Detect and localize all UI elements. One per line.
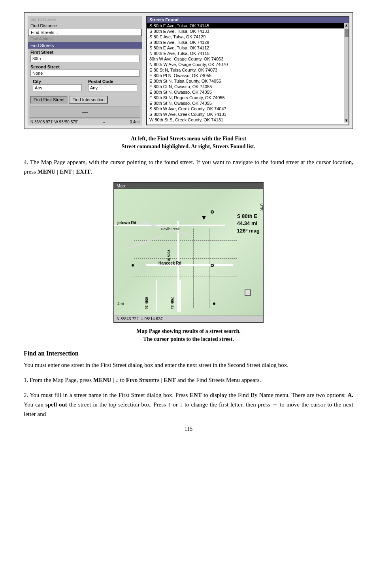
map-route-label: UTR xyxy=(259,204,263,211)
street-list-item[interactable]: E 80th St N, Owasso, OK 74055 xyxy=(147,100,344,106)
map-titlebar: Map xyxy=(114,183,263,189)
find-streets-header: Find Streets xyxy=(28,42,142,49)
find-intersection-button[interactable]: Find Intersection xyxy=(69,96,107,104)
dashed-v-1 xyxy=(193,229,194,308)
label-65th: 65th St xyxy=(145,297,149,309)
second-street-input[interactable]: None xyxy=(30,70,139,77)
street-list-item[interactable]: S 80 E Ave, Tulsa, OK 74129 xyxy=(147,34,344,40)
street-list-item[interactable]: E 80th Pl N, Owasso, OK 74055 xyxy=(147,73,344,78)
find-streets-panel: Go To Cursor Find Distance Find Streets.… xyxy=(28,16,142,125)
map-distance: 44.34 mi xyxy=(237,220,260,227)
bottom-caption: Map Page showing results of a street sea… xyxy=(24,327,353,343)
dot-marker-2 xyxy=(132,264,134,267)
street-list-item[interactable]: N 80th E Ave, Tulsa, OK 74115 xyxy=(147,51,344,56)
road-75th-s xyxy=(179,280,181,312)
street-list-item[interactable]: E 80th St N, Owasso, OK 74055 xyxy=(147,89,344,95)
menu-find-streets[interactable]: Find Streets... xyxy=(28,29,142,36)
status-bar: N 36°08.971' W 95°50.579' ↔ 0.4mi xyxy=(28,119,142,125)
map-inner: jetown Rd Devils Peak 75th St Hancock Rd… xyxy=(114,189,263,316)
scrollbar[interactable]: ▲ ▼ xyxy=(344,23,349,123)
status-coords: N 36°08.971' W 95°50.579' xyxy=(30,120,78,124)
second-street-label: Second Street xyxy=(28,63,142,69)
street-list-item[interactable]: S 80th E Ave, Tulsa, OK 74112 xyxy=(147,45,344,51)
menu-go-to-cursor[interactable]: Go To Cursor xyxy=(28,16,142,23)
street-list-item[interactable]: 80th W Ave, Osage County, OK 74063 xyxy=(147,56,344,62)
map-container: Map jetown Rd Devils Peak 75th xyxy=(24,182,353,323)
map-terrain xyxy=(114,189,263,316)
label-jetown: jetown Rd xyxy=(117,221,136,225)
street-list-item[interactable]: E 80th St N, Rogers County, OK 74055 xyxy=(147,95,344,100)
street-list-item[interactable]: S 80th E Ave, Tulsa, OK 74129 xyxy=(147,40,344,45)
first-street-label: First Street xyxy=(28,49,142,55)
map-bearing: 126° mag xyxy=(237,227,260,234)
label-devils-peak: Devils Peak xyxy=(161,227,180,231)
first-street-input[interactable]: 80th xyxy=(30,55,139,62)
street-list-item[interactable]: S 80th E Ave, Tulsa, OK 74133 xyxy=(147,28,344,34)
label-75th-s: 75th St xyxy=(170,297,174,309)
map-street-name: S 80th E xyxy=(237,213,260,220)
dot-marker-3 xyxy=(211,264,214,267)
map-box: Map jetown Rd Devils Peak 75th xyxy=(113,182,264,323)
dashed-h-2 xyxy=(134,258,237,259)
postal-code-input[interactable]: Any xyxy=(88,84,137,91)
street-list-item[interactable]: E 80th St N, Tulsa County, OK 74055 xyxy=(147,78,344,84)
map-info-box: S 80th E 44.34 mi 126° mag xyxy=(237,213,260,234)
street-list-item[interactable]: N 80th W Ave, Osage County, OK 74070 xyxy=(147,62,344,67)
page-number: 115 xyxy=(24,426,353,432)
dashed-v-2 xyxy=(209,229,209,308)
street-list-item[interactable]: S 80th E Ave, Tulsa, OK 74145 xyxy=(147,23,344,28)
street-list-item[interactable]: S 80th W Ave, Creek County, OK 74047 xyxy=(147,106,344,112)
body-paragraph-1: You must enter one street in the First S… xyxy=(24,360,353,370)
map-thumbnail: ▬▬ xyxy=(30,106,140,118)
streets-list: S 80th E Ave, Tulsa, OK 74145S 80th E Av… xyxy=(147,23,344,123)
find-first-street-button[interactable]: Find First Street xyxy=(30,96,68,104)
dashed-h-3 xyxy=(134,276,237,276)
city-input[interactable]: Any xyxy=(33,84,82,91)
streets-found-panel: Streets Found S 80th E Ave, Tulsa, OK 74… xyxy=(146,16,349,125)
body-paragraph-2: 1. From the Map Page, press MENU | ↓ to … xyxy=(24,375,353,385)
top-caption: At left, the Find Streets menu with the … xyxy=(24,135,353,150)
road-75th xyxy=(177,221,179,312)
street-list-item[interactable]: S 80th W Ave, Creek County, OK 74131 xyxy=(147,112,344,117)
dot-marker-4 xyxy=(213,303,215,305)
map-building-icon xyxy=(245,289,251,296)
body-paragraph-3: 2. You must fill in a street name in the… xyxy=(24,390,353,419)
city-label: City xyxy=(30,78,84,84)
road-65th xyxy=(156,280,157,312)
postal-code-label: Postal Code xyxy=(86,78,139,84)
dot-marker-1 xyxy=(211,210,214,214)
street-list-item[interactable]: E 80 St N, Tulsa County, OK 74073 xyxy=(147,67,344,73)
map-coords: N 35°43.722' U 95°14.624' xyxy=(114,316,263,322)
keys-menu-ent-exit: MENU | ENT | EXIT xyxy=(38,168,91,175)
menu-find-distance[interactable]: Find Distance xyxy=(28,23,142,29)
streets-found-header: Streets Found xyxy=(147,17,349,23)
section-heading: Find an Intersection xyxy=(24,350,353,357)
street-list-item[interactable]: W 80th St S, Creek County, OK 74131 xyxy=(147,117,344,123)
menu-find-address[interactable]: Find Address xyxy=(28,36,142,42)
cursor-marker xyxy=(202,216,206,220)
map-scale: 4mi xyxy=(117,302,124,306)
label-hancock: Hancock Rd xyxy=(158,261,181,265)
label-75th-st: 75th St xyxy=(167,250,171,261)
screenshot-area: Go To Cursor Find Distance Find Streets.… xyxy=(24,12,353,129)
status-scale: 0.4mi xyxy=(130,120,139,124)
paragraph-1: 4. The Map Page appears, with the cursor… xyxy=(24,157,353,176)
scroll-thumb[interactable] xyxy=(345,29,349,37)
street-list-item[interactable]: E 80th Ct N, Owasso, OK 74055 xyxy=(147,84,344,89)
